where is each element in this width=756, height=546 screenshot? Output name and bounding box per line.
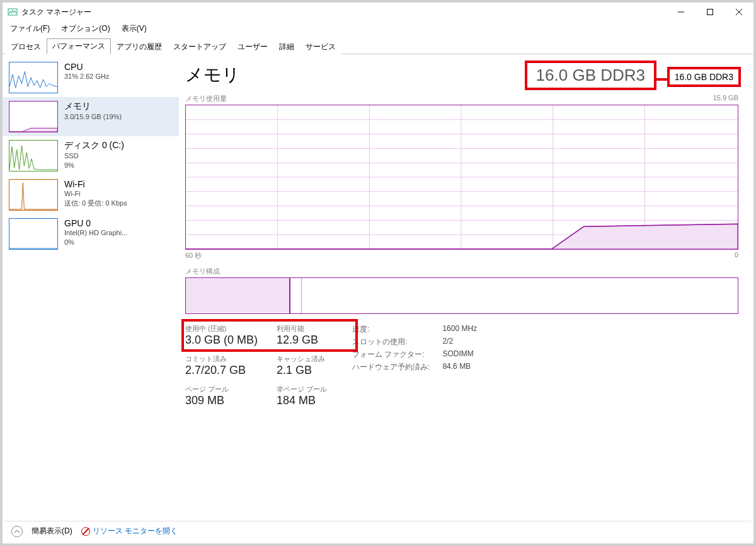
svg-marker-5 bbox=[9, 128, 57, 132]
tab-details[interactable]: 詳細 bbox=[273, 39, 300, 54]
tabstrip: プロセス パフォーマンス アプリの履歴 スタートアップ ユーザー 詳細 サービス bbox=[3, 35, 753, 54]
window-title: タスク マネージャー bbox=[21, 7, 91, 18]
stats-left-grid: 使用中 (圧縮) 3.0 GB (0 MB) 利用可能 12.9 GB コミット… bbox=[185, 324, 327, 412]
menu-options[interactable]: オプション(O) bbox=[56, 22, 115, 35]
close-button[interactable] bbox=[724, 3, 753, 21]
slots-label: スロットの使用: bbox=[352, 337, 430, 347]
sidebar-gpu-sub: Intel(R) HD Graphi... 0% bbox=[64, 228, 127, 248]
paged-value: 309 MB bbox=[185, 394, 258, 407]
menu-file[interactable]: ファイル(F) bbox=[5, 22, 55, 35]
sidebar-disk-sub: SSD 9% bbox=[64, 151, 124, 171]
detail-title: メモリ bbox=[185, 63, 240, 87]
footer: 簡易表示(D) リソース モニターを開く bbox=[5, 521, 751, 541]
memory-composition-bar bbox=[185, 277, 738, 314]
sidebar-item-disk0[interactable]: ディスク 0 (C:) SSD 9% bbox=[3, 136, 179, 175]
sidebar-disk-title: ディスク 0 (C:) bbox=[64, 140, 124, 151]
tab-services[interactable]: サービス bbox=[300, 39, 341, 54]
stats-right-grid: 速度: 1600 MHz スロットの使用: 2/2 フォーム ファクター: SO… bbox=[352, 324, 477, 373]
sidebar-memory-title: メモリ bbox=[64, 101, 122, 112]
sidebar-item-gpu0[interactable]: GPU 0 Intel(R) HD Graphi... 0% bbox=[3, 214, 179, 253]
in-use-value: 3.0 GB (0 MB) bbox=[185, 334, 258, 347]
memory-spec-highlight: 16.0 GB DDR3 bbox=[525, 61, 656, 90]
tab-users[interactable]: ユーザー bbox=[232, 39, 273, 54]
nonpaged-label: 非ページ プール bbox=[277, 385, 327, 394]
fewer-details-link[interactable]: 簡易表示(D) bbox=[32, 526, 72, 537]
form-value: SODIMM bbox=[442, 349, 477, 360]
paged-label: ページ プール bbox=[185, 385, 258, 394]
sidebar-cpu-sub: 31% 2.62 GHz bbox=[64, 72, 110, 81]
cached-value: 2.1 GB bbox=[277, 364, 327, 377]
speed-value: 1600 MHz bbox=[442, 324, 477, 335]
available-label: 利用可能 bbox=[277, 324, 327, 334]
tab-startup[interactable]: スタートアップ bbox=[168, 39, 232, 54]
titlebar: タスク マネージャー bbox=[3, 3, 753, 21]
chevron-up-icon[interactable] bbox=[11, 526, 23, 537]
detail-pane: メモリ 16.0 GB DDR3 16.0 GB DDR3 メモリ使用量 15.… bbox=[179, 54, 753, 524]
hw-reserved-label: ハードウェア予約済み: bbox=[352, 362, 430, 373]
memory-spec-annotation: 16.0 GB DDR3 bbox=[667, 67, 741, 87]
open-resource-monitor-link[interactable]: リソース モニターを開く bbox=[93, 526, 178, 537]
svg-marker-21 bbox=[186, 224, 738, 249]
tab-processes[interactable]: プロセス bbox=[5, 39, 47, 54]
committed-value: 2.7/20.7 GB bbox=[185, 364, 258, 377]
cached-label: キャッシュ済み bbox=[277, 354, 327, 364]
sidebar-item-memory[interactable]: メモリ 3.0/15.9 GB (19%) bbox=[3, 97, 179, 136]
usage-chart-max: 15.9 GB bbox=[713, 94, 738, 103]
sidebar-wifi-title: Wi-Fi bbox=[64, 179, 127, 189]
x-axis-left: 60 秒 bbox=[185, 251, 202, 260]
nonpaged-value: 184 MB bbox=[277, 394, 327, 407]
x-axis-right: 0 bbox=[735, 251, 738, 260]
usage-chart-label: メモリ使用量 bbox=[185, 94, 227, 103]
sidebar-cpu-title: CPU bbox=[64, 62, 110, 72]
menu-view[interactable]: 表示(V) bbox=[117, 22, 152, 35]
tab-app-history[interactable]: アプリの履歴 bbox=[111, 39, 168, 54]
tab-performance[interactable]: パフォーマンス bbox=[47, 38, 111, 54]
sidebar-item-wifi[interactable]: Wi-Fi Wi-Fi 送信: 0 受信: 0 Kbps bbox=[3, 175, 179, 214]
form-label: フォーム ファクター: bbox=[352, 349, 430, 360]
sidebar-item-cpu[interactable]: CPU 31% 2.62 GHz bbox=[3, 58, 179, 97]
speed-label: 速度: bbox=[352, 324, 430, 335]
resource-monitor-icon bbox=[81, 527, 90, 536]
svg-rect-2 bbox=[707, 9, 713, 15]
sidebar: CPU 31% 2.62 GHz メモリ 3.0/15.9 GB (19%) bbox=[3, 54, 179, 524]
minimize-button[interactable] bbox=[667, 3, 696, 21]
memory-usage-chart bbox=[185, 105, 738, 250]
sidebar-memory-sub: 3.0/15.9 GB (19%) bbox=[64, 112, 122, 122]
memory-composition-label: メモリ構成 bbox=[185, 267, 738, 276]
maximize-button[interactable] bbox=[696, 3, 724, 21]
in-use-label: 使用中 (圧縮) bbox=[185, 324, 258, 334]
available-value: 12.9 GB bbox=[277, 334, 327, 347]
slots-value: 2/2 bbox=[442, 337, 477, 347]
sidebar-wifi-sub: Wi-Fi 送信: 0 受信: 0 Kbps bbox=[64, 189, 127, 209]
app-icon bbox=[8, 7, 18, 17]
hw-reserved-value: 84.6 MB bbox=[442, 362, 477, 373]
sidebar-gpu-title: GPU 0 bbox=[64, 218, 127, 228]
menubar: ファイル(F) オプション(O) 表示(V) bbox=[3, 21, 753, 35]
committed-label: コミット済み bbox=[185, 354, 258, 364]
